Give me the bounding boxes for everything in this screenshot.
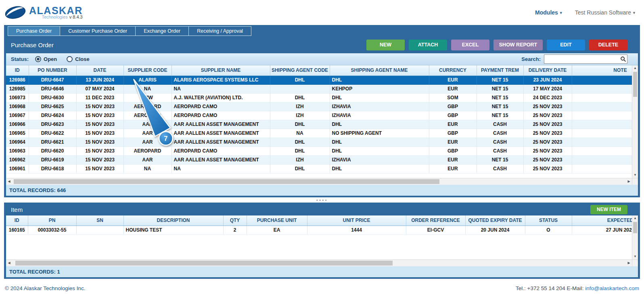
table-cell[interactable]: 25 NOV 2023	[523, 164, 572, 173]
column-header[interactable]: PO NUMBER	[29, 65, 76, 75]
scroll-down-icon[interactable]: ▼	[632, 172, 638, 178]
table-cell[interactable]: EUR	[429, 164, 477, 173]
table-cell[interactable]: DHL	[270, 75, 330, 84]
table-cell[interactable]: GBP	[429, 129, 477, 138]
table-cell[interactable]: DRU-6646	[29, 84, 76, 93]
table-row[interactable]: 106968DRU-662515 NOV 2023AEROPARDAEROPAR…	[6, 102, 632, 111]
table-cell[interactable]: A.J. WALTER (AVIATION) LTD.	[171, 93, 270, 102]
table-cell[interactable]: AEROPARD	[123, 111, 171, 120]
table-cell[interactable]: DHL	[330, 138, 429, 146]
table-row[interactable]: 106965DRU-662215 NOV 2023AARAAR AALLEN A…	[6, 129, 632, 138]
table-row[interactable]: 106964DRU-662115 NOV 2023AARAAR AALLEN A…	[6, 138, 632, 146]
table-cell[interactable]	[572, 102, 632, 111]
po-vscroll-thumb[interactable]	[633, 72, 637, 97]
modules-menu[interactable]: Modules▼	[535, 9, 563, 16]
table-cell[interactable]: DHL	[330, 164, 429, 173]
table-cell[interactable]: 23 JUN 2024	[523, 75, 572, 84]
column-header[interactable]: ID	[6, 65, 29, 75]
tab-receiving-approval[interactable]: Receiving / Approval	[189, 26, 251, 36]
po-horizontal-scrollbar[interactable]: ◀ ▶	[6, 178, 638, 185]
column-header[interactable]: QUOTED EXPIRY DATE	[465, 215, 525, 226]
table-cell[interactable]	[572, 155, 632, 164]
column-header[interactable]: CURRENCY	[429, 65, 477, 75]
table-cell[interactable]: ALARIS	[123, 75, 171, 84]
table-cell[interactable]: 106963	[6, 146, 29, 155]
column-header[interactable]: SHIPPING AGENT NAME	[330, 65, 429, 75]
table-cell[interactable]: AAR	[123, 155, 171, 164]
column-header[interactable]: DATE	[76, 65, 123, 75]
column-header[interactable]: SHIPPING AGENT CODE	[270, 65, 330, 75]
table-cell[interactable]: EI-GCV	[406, 226, 465, 234]
table-cell[interactable]	[76, 226, 123, 234]
table-cell[interactable]	[572, 138, 632, 146]
edit-button[interactable]: EDIT	[547, 40, 585, 50]
table-cell[interactable]: O	[525, 226, 572, 234]
table-cell[interactable]	[572, 84, 632, 93]
table-row[interactable]: 106962DRU-661915 NOV 2023AARAAR AALLEN A…	[6, 155, 632, 164]
table-row[interactable]: 106967DRU-662415 NOV 2023AEROPARDAEROPAR…	[6, 111, 632, 120]
column-header[interactable]: SUPPLIER NAME	[171, 65, 270, 75]
table-cell[interactable]: DRU-6647	[29, 75, 76, 84]
table-cell[interactable]: EUR	[429, 75, 477, 84]
table-cell[interactable]: DRU-6622	[29, 129, 76, 138]
table-cell[interactable]: IZHAVIA	[330, 111, 429, 120]
table-cell[interactable]: HOUSING TEST	[123, 226, 223, 234]
table-cell[interactable]: 126986	[6, 75, 29, 84]
table-cell[interactable]: AAR AALLEN ASSET MANAGEMENT	[171, 155, 270, 164]
table-cell[interactable]: 106967	[6, 111, 29, 120]
table-row[interactable]: 106966DRU-662315 NOV 2023AARAAR AALLEN A…	[6, 120, 632, 129]
table-cell[interactable]: IZH	[270, 102, 330, 111]
attach-button[interactable]: ATTACH	[409, 40, 447, 50]
table-cell[interactable]: 15 NOV 2023	[76, 102, 123, 111]
table-cell[interactable]: 106973	[6, 93, 29, 102]
table-cell[interactable]: DRU-6618	[29, 164, 76, 173]
table-cell[interactable]: CASH	[477, 120, 523, 129]
tab-customer-purchase-order[interactable]: Customer Purchase Order	[60, 26, 136, 36]
table-cell[interactable]: 15 NOV 2023	[76, 138, 123, 146]
table-cell[interactable]: IZH	[270, 155, 330, 164]
table-cell[interactable]: 106961	[6, 164, 29, 173]
column-header[interactable]: DELIVERY DATE	[523, 65, 572, 75]
table-cell[interactable]: EUR	[429, 84, 477, 93]
table-row[interactable]: 106973DRU-663011 DEC 2023AJWA.J. WALTER …	[6, 93, 632, 102]
column-header[interactable]: SUPPLIER CODE	[123, 65, 171, 75]
table-cell[interactable]: 106965	[6, 129, 29, 138]
scroll-down-icon[interactable]: ▼	[632, 254, 638, 259]
scroll-up-icon[interactable]: ▲	[632, 215, 638, 221]
table-cell[interactable]: 15 NOV 2023	[76, 129, 123, 138]
new-item-button[interactable]: NEW ITEM	[590, 205, 627, 214]
table-cell[interactable]: CASH	[477, 138, 523, 146]
table-cell[interactable]: NET 15	[477, 111, 523, 120]
table-cell[interactable]: 15 NOV 2023	[76, 111, 123, 120]
table-cell[interactable]: 07 MAY 2024	[76, 84, 123, 93]
table-cell[interactable]: 106964	[6, 138, 29, 146]
table-cell[interactable]	[572, 75, 632, 84]
table-cell[interactable]: IZHAVIA	[330, 102, 429, 111]
table-cell[interactable]: 25 NOV 2023	[523, 102, 572, 111]
table-cell[interactable]: NA	[123, 84, 171, 93]
table-cell[interactable]	[572, 120, 632, 129]
table-cell[interactable]: GBP	[429, 111, 477, 120]
table-cell[interactable]: DRU-6620	[29, 146, 76, 155]
table-cell[interactable]: AEROPARD	[123, 146, 171, 155]
table-cell[interactable]: DHL	[330, 146, 429, 155]
search-icon[interactable]	[619, 56, 627, 62]
table-row[interactable]: 106963DRU-662015 NOV 2023AEROPARDAEROPAR…	[6, 146, 632, 155]
table-cell[interactable]: 00033032-55	[28, 226, 76, 234]
table-cell[interactable]: DHL	[270, 138, 330, 146]
table-cell[interactable]: EUR	[429, 155, 477, 164]
search-input[interactable]	[544, 55, 619, 63]
table-cell[interactable]: 15 NOV 2023	[76, 164, 123, 173]
item-vscroll-thumb[interactable]	[633, 222, 637, 233]
table-cell[interactable]: AAR AALLEN ASSET MANAGEMENT	[171, 129, 270, 138]
column-header[interactable]: ORDER REFERENCE	[406, 215, 465, 226]
column-header[interactable]: PN	[28, 215, 76, 226]
table-cell[interactable]: DHL	[330, 75, 429, 84]
table-cell[interactable]: 25 NOV 2023	[523, 120, 572, 129]
tab-exchange-order[interactable]: Exchange Order	[136, 26, 189, 36]
scroll-up-icon[interactable]: ▲	[632, 65, 638, 71]
table-cell[interactable]	[572, 129, 632, 138]
table-cell[interactable]: 106966	[6, 120, 29, 129]
table-cell[interactable]: 2	[223, 226, 247, 234]
table-row[interactable]: 126985DRU-664607 MAY 2024NANAKEHPOPEURNE…	[6, 84, 632, 93]
